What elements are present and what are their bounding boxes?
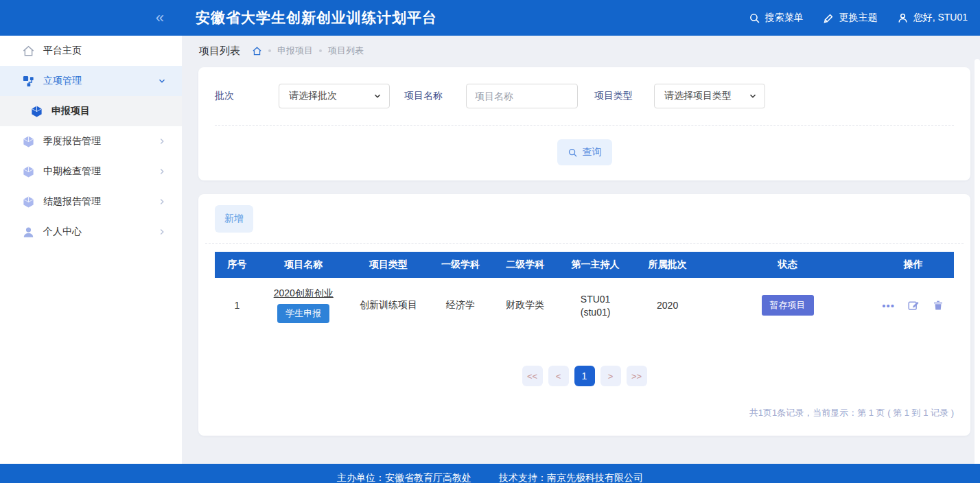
edit-icon[interactable] — [907, 299, 920, 311]
cell-index: 1 — [215, 278, 259, 333]
chevron-right-icon — [157, 137, 167, 146]
footer-organizer: 主办单位：安徽省教育厅高教处 — [337, 472, 471, 483]
home-icon — [22, 45, 35, 58]
top-header: « 安徽省大学生创新创业训练计划平台 搜索菜单 更换主题 您好, STU01 — [0, 0, 980, 36]
user-menu[interactable]: 您好, STU01 — [897, 12, 968, 24]
cell-discipline2: 财政学类 — [492, 278, 559, 333]
sidebar-item-quarterly-report[interactable]: 季度报告管理 — [0, 126, 182, 156]
project-type-label: 项目类型 — [594, 90, 654, 102]
projects-table: 序号 项目名称 项目类型 一级学科 二级学科 第一主持人 所属批次 状态 操作 — [215, 252, 954, 333]
query-button-label: 查询 — [583, 146, 602, 158]
column-header-leader: 第一主持人 — [559, 252, 633, 278]
last-page-button[interactable]: >> — [627, 366, 647, 386]
column-header-batch: 所属批次 — [632, 252, 702, 278]
cell-discipline1: 经济学 — [429, 278, 492, 333]
column-header-name: 项目名称 — [259, 252, 348, 278]
sidebar-item-midterm-check[interactable]: 中期检查管理 — [0, 156, 182, 187]
sidebar-item-label: 立项管理 — [43, 75, 82, 87]
cell-type: 创新训练项目 — [348, 278, 429, 333]
sidebar-item-label: 中期检查管理 — [43, 165, 101, 178]
divider — [205, 243, 964, 244]
column-header-discipline1: 一级学科 — [429, 252, 492, 278]
change-theme-button[interactable]: 更换主题 — [823, 12, 878, 24]
sidebar-item-project-management[interactable]: 立项管理 — [0, 66, 182, 96]
cell-name: 2020创新创业 学生申报 — [259, 278, 348, 333]
breadcrumb-separator — [268, 49, 271, 52]
next-page-button[interactable]: > — [600, 366, 621, 386]
prev-page-button[interactable]: < — [548, 366, 569, 386]
project-type-select-value: 请选择项目类型 — [664, 90, 748, 102]
app-title: 安徽省大学生创新创业训练计划平台 — [182, 0, 749, 36]
sidebar-item-personal-center[interactable]: 个人中心 — [0, 217, 182, 247]
search-menu-label: 搜索菜单 — [765, 12, 804, 24]
batch-select-value: 请选择批次 — [289, 90, 373, 102]
batch-select[interactable]: 请选择批次 — [279, 84, 390, 108]
page-title: 项目列表 — [199, 45, 240, 58]
divider — [215, 125, 954, 126]
column-header-operations: 操作 — [872, 252, 954, 278]
leader-account: (stu01) — [561, 307, 630, 318]
filter-panel: 批次 请选择批次 项目名称 项目类型 请选择项目类型 — [198, 67, 970, 180]
sidebar: 平台主页 立项管理 申报项目 季度报告管理 — [0, 36, 182, 464]
project-nodes-icon — [22, 75, 35, 88]
column-header-index: 序号 — [215, 252, 259, 278]
sidebar-item-home[interactable]: 平台主页 — [0, 36, 182, 66]
cube-icon — [22, 165, 35, 178]
record-summary: 共1页1条记录，当前显示：第 1 页 ( 第 1 到 1 记录 ) — [215, 407, 954, 419]
status-badge: 暂存项目 — [762, 295, 814, 316]
cell-status: 暂存项目 — [703, 278, 873, 333]
more-options-icon[interactable]: ••• — [882, 300, 895, 311]
chevron-down-icon — [373, 91, 382, 101]
sidebar-item-final-report[interactable]: 结题报告管理 — [0, 187, 182, 217]
chevron-right-icon — [157, 197, 167, 207]
sidebar-item-declare-project[interactable]: 申报项目 — [0, 96, 182, 126]
sidebar-item-label: 结题报告管理 — [43, 196, 101, 208]
cell-leader: STU01 (stu01) — [559, 278, 633, 333]
table-panel: 新增 序号 项目名称 项目类型 一级学科 二级学科 — [198, 194, 970, 436]
breadcrumb-home-icon[interactable] — [252, 46, 262, 56]
user-icon — [897, 12, 909, 24]
cube-icon — [22, 135, 35, 148]
chevron-right-icon — [157, 167, 167, 176]
collapse-sidebar-icon[interactable]: « — [156, 10, 164, 25]
pagination: << < 1 > >> — [215, 366, 954, 386]
footer-support: 技术支持：南京先极科技有限公司 — [499, 472, 643, 483]
project-name-link[interactable]: 2020创新创业 — [274, 287, 334, 300]
sidebar-item-label: 申报项目 — [51, 105, 90, 117]
breadcrumb-item: 项目列表 — [328, 45, 364, 57]
current-page-button[interactable]: 1 — [574, 366, 595, 386]
user-greeting: 您好, STU01 — [913, 12, 968, 24]
change-theme-label: 更换主题 — [839, 12, 878, 24]
column-header-status: 状态 — [703, 252, 873, 278]
student-declare-badge: 学生申报 — [277, 304, 329, 323]
breadcrumb: 项目列表 申报项目 项目列表 — [182, 36, 980, 66]
search-menu-button[interactable]: 搜索菜单 — [749, 12, 804, 24]
batch-label: 批次 — [215, 90, 279, 102]
chevron-right-icon — [157, 227, 167, 237]
cube-icon — [22, 196, 35, 209]
cell-operations: ••• — [872, 278, 954, 333]
cube-icon — [30, 105, 43, 118]
add-button[interactable]: 新增 — [215, 205, 253, 233]
theme-icon — [823, 12, 835, 24]
project-name-label: 项目名称 — [404, 90, 466, 102]
search-icon — [568, 148, 578, 158]
sidebar-item-label: 平台主页 — [43, 45, 82, 57]
delete-icon[interactable] — [932, 299, 944, 311]
header-actions: 搜索菜单 更换主题 您好, STU01 — [749, 0, 980, 36]
table-row: 1 2020创新创业 学生申报 创新训练项目 经济学 财政学类 STU01 (s… — [215, 278, 954, 333]
sidebar-item-label: 季度报告管理 — [43, 135, 101, 148]
chevron-down-icon — [748, 91, 758, 101]
column-header-discipline2: 二级学科 — [492, 252, 559, 278]
cell-batch: 2020 — [632, 278, 702, 333]
project-type-select[interactable]: 请选择项目类型 — [654, 84, 765, 108]
chevron-down-icon — [157, 76, 167, 86]
first-page-button[interactable]: << — [522, 366, 543, 386]
leader-name: STU01 — [561, 294, 630, 305]
user-icon — [22, 226, 35, 239]
breadcrumb-item: 申报项目 — [277, 45, 313, 57]
project-name-input[interactable] — [466, 84, 578, 108]
scrollbar[interactable] — [975, 59, 980, 464]
query-button[interactable]: 查询 — [557, 139, 612, 165]
breadcrumb-separator — [319, 49, 322, 52]
